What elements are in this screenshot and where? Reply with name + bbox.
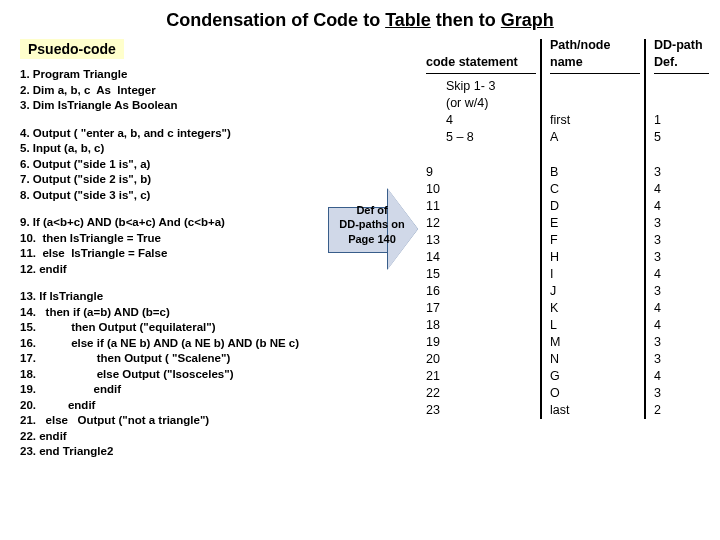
table-cell: 22 xyxy=(426,385,536,402)
table-cell: M xyxy=(550,334,640,351)
table-cell: 21 xyxy=(426,368,536,385)
table-cell: C xyxy=(550,181,640,198)
table-cell: 3 xyxy=(654,215,709,232)
table-cell: 2 xyxy=(654,402,709,419)
code-line: 14. then if (a=b) AND (b=c) xyxy=(20,305,320,321)
table-cell: 4 xyxy=(654,368,709,385)
table-cell: B xyxy=(550,164,640,181)
code-line: 3. Dim IsTriangle As Boolean xyxy=(20,98,320,114)
table-cell: 5 – 8 xyxy=(426,129,536,146)
col-code-statement: code statement Skip 1- 3(or w/4)45 – 891… xyxy=(426,39,536,419)
table-cell: 14 xyxy=(426,249,536,266)
code-line: 5. Input (a, b, c) xyxy=(20,141,320,157)
table-cell: I xyxy=(550,266,640,283)
table-cell: O xyxy=(550,385,640,402)
code-line: 10. then IsTriangle = True xyxy=(20,231,320,247)
code-line: 22. endif xyxy=(20,429,320,445)
table-cell: J xyxy=(550,283,640,300)
code-line: 17. then Output ( "Scalene") xyxy=(20,351,320,367)
table-cell xyxy=(654,95,709,112)
table-cell: 3 xyxy=(654,232,709,249)
table-cell: 4 xyxy=(654,266,709,283)
table-cell: G xyxy=(550,368,640,385)
code-line: 20. endif xyxy=(20,398,320,414)
table-cell: 5 xyxy=(654,129,709,146)
table-cell xyxy=(654,78,709,95)
table-cell: 9 xyxy=(426,164,536,181)
col-head-dd: DD-path Def. xyxy=(654,39,709,74)
table-cell: 4 xyxy=(654,181,709,198)
table-cell: 20 xyxy=(426,351,536,368)
table-cell: 17 xyxy=(426,300,536,317)
table-cell: 18 xyxy=(426,317,536,334)
table-cell: 19 xyxy=(426,334,536,351)
code-line: 6. Output ("side 1 is", a) xyxy=(20,157,320,173)
col-path-node: Path/node name firstABCDEFHIJKLMNGO last xyxy=(540,39,640,419)
code-line: 18. else Output ("Isosceles") xyxy=(20,367,320,383)
table-cell: 10 xyxy=(426,181,536,198)
table-cell: H xyxy=(550,249,640,266)
table-cell: 3 xyxy=(654,164,709,181)
code-line: 4. Output ( "enter a, b, and c integers"… xyxy=(20,126,320,142)
left-column: Psuedo-code 1. Program Triangle2. Dim a,… xyxy=(20,39,320,460)
arrow-icon: Def of DD-paths on Page 140 xyxy=(328,189,418,269)
code-line: 19. endif xyxy=(20,382,320,398)
table-cell: (or w/4) xyxy=(426,95,536,112)
table-cell: 4 xyxy=(654,317,709,334)
page-title: Condensation of Code to Table then to Gr… xyxy=(20,10,700,31)
code-line: 1. Program Triangle xyxy=(20,67,320,83)
table-cell: 11 xyxy=(426,198,536,215)
table-cell xyxy=(550,78,640,95)
code-line: 8. Output ("side 3 is", c) xyxy=(20,188,320,204)
code-line: 12. endif xyxy=(20,262,320,278)
table-cell: 16 xyxy=(426,283,536,300)
table-cell: 3 xyxy=(654,283,709,300)
table-cell: 13 xyxy=(426,232,536,249)
psuedo-code-label: Psuedo-code xyxy=(20,39,124,59)
table-cell: first xyxy=(550,112,640,129)
code-line: 2. Dim a, b, c As Integer xyxy=(20,83,320,99)
table-cell xyxy=(550,95,640,112)
table-cell: F xyxy=(550,232,640,249)
table-cell: 23 xyxy=(426,402,536,419)
table-cell: 3 xyxy=(654,385,709,402)
table-cell: A xyxy=(550,129,640,146)
table-cell: 15 xyxy=(426,266,536,283)
table-cell: 4 xyxy=(654,198,709,215)
col-head-stmt: code statement xyxy=(426,39,536,74)
code-line: 23. end Triangle2 xyxy=(20,444,320,460)
table-cell: N xyxy=(550,351,640,368)
table-cell: D xyxy=(550,198,640,215)
table: code statement Skip 1- 3(or w/4)45 – 891… xyxy=(426,39,709,419)
table-cell: last xyxy=(550,402,640,419)
table-cell: 3 xyxy=(654,334,709,351)
table-cell: 3 xyxy=(654,249,709,266)
col-head-path: Path/node name xyxy=(550,39,640,74)
code-line: 7. Output ("side 2 is", b) xyxy=(20,172,320,188)
code-line: 21. else Output ("not a triangle") xyxy=(20,413,320,429)
table-cell: 12 xyxy=(426,215,536,232)
code-line: 11. else IsTriangle = False xyxy=(20,246,320,262)
code-line: 9. If (a<b+c) AND (b<a+c) And (c<b+a) xyxy=(20,215,320,231)
table-cell: 4 xyxy=(426,112,536,129)
title-graph: Graph xyxy=(501,10,554,30)
col-dd-path: DD-path Def. 15344333434433432 xyxy=(644,39,709,419)
table-cell: 1 xyxy=(654,112,709,129)
table-cell: Skip 1- 3 xyxy=(426,78,536,95)
table-cell: 3 xyxy=(654,351,709,368)
code-line: 13. If IsTriangle xyxy=(20,289,320,305)
title-table: Table xyxy=(385,10,431,30)
code-line: 16. else if (a NE b) AND (a NE b) AND (b… xyxy=(20,336,320,352)
table-cell: L xyxy=(550,317,640,334)
arrow-column: Def of DD-paths on Page 140 xyxy=(328,39,418,269)
code-line: 15. then Output ("equilateral") xyxy=(20,320,320,336)
table-cell: 4 xyxy=(654,300,709,317)
code-block: 1. Program Triangle2. Dim a, b, c As Int… xyxy=(20,67,320,460)
table-cell: K xyxy=(550,300,640,317)
table-cell: E xyxy=(550,215,640,232)
content: Psuedo-code 1. Program Triangle2. Dim a,… xyxy=(20,39,700,460)
title-part1: Condensation of Code xyxy=(166,10,358,30)
